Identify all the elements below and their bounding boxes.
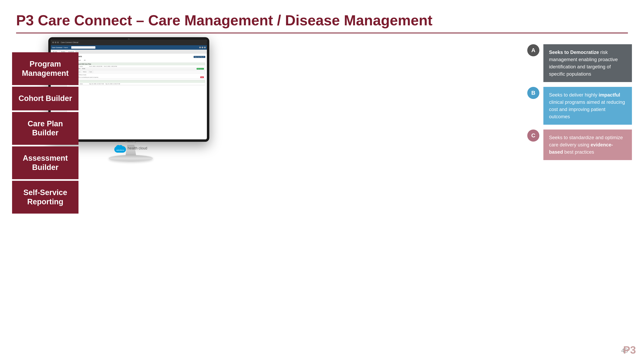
status-1: Active: [80, 66, 88, 67]
sidebar-item-self-service-reporting[interactable]: Self-Service Reporting: [12, 181, 78, 214]
nav-icon-1: [199, 47, 201, 48]
status-dropdown[interactable]: Open: [88, 71, 94, 73]
care-plan-section-1: ▼ Diabetes and CKD Care Plan 00012638 Ac…: [68, 62, 205, 79]
badge-a: A: [527, 44, 539, 56]
sidebar-menu: Program Management Cohort Builder Care P…: [12, 52, 78, 214]
sf-logo-row: salesforce health cloud: [100, 144, 161, 153]
created-2: Sep 19, 2020, 12:30:27 AM: [106, 83, 120, 84]
card-b-pre: Seeks to deliver highly: [549, 92, 599, 97]
badge-b: B: [527, 87, 539, 99]
sf-cloud-text: salesforce: [116, 149, 124, 151]
card-b-rest: clinical programs aimed at reducing cost…: [549, 99, 625, 119]
info-card-a: A Seeks to Democratize risk management e…: [527, 44, 632, 82]
new-care-plan-button[interactable]: New Care Plan ▼: [194, 56, 205, 58]
card-c-rest: best practices: [563, 149, 594, 155]
info-card-b: B Seeks to deliver highly impactful clin…: [527, 87, 632, 125]
priority-badge: High: [200, 76, 204, 78]
screen-navbar: Care Connect Patient: [51, 45, 207, 50]
sidebar-item-program-management[interactable]: Program Management: [12, 52, 78, 85]
sidebar-item-care-plan-builder[interactable]: Care Plan Builder: [12, 112, 78, 145]
sf-cloud-icon: salesforce: [114, 144, 126, 153]
header-divider: [16, 32, 628, 33]
card-b-bold: impactful: [599, 92, 620, 97]
tasks-bar: Tasks Care Team Goals New Goal ▼: [69, 67, 205, 70]
page-title: P3 Care Connect – Care Management / Dise…: [16, 12, 628, 28]
last-modified-2: Sep 19, 2020, 12:30:27 AM: [89, 83, 104, 84]
subtab-all[interactable]: All: [83, 59, 87, 62]
navbar-patient-tab: Patient: [64, 47, 68, 48]
sf-health-cloud-text: health cloud: [128, 146, 147, 150]
nav-icon-3: [204, 47, 206, 48]
tasks-without-goals-row: ▶ Tasks Without Goals: [69, 74, 205, 76]
card-c-text: Seeks to standardize and optimize care d…: [544, 129, 632, 160]
care-plan-1-row: 00012638 Active Oct 5, 2020, 1:48:23 PM …: [69, 65, 205, 67]
goal-row: ▶ Goal This is something we want to impr…: [69, 76, 205, 78]
topbar-dot-3: [57, 42, 59, 43]
group-by-bar: Group by: Goal Status: Open: [69, 70, 205, 74]
screen-topbar: Care Connect Clinical: [51, 40, 207, 45]
salesforce-area: Powered by salesforce health cloud: [100, 141, 161, 153]
care-plan-2-row: 00012537 Active Sep 19, 2020, 12:30:27 A…: [69, 83, 205, 85]
sidebar-item-assessment-builder[interactable]: Assessment Builder: [12, 146, 78, 179]
care-plan-2-header: ▶ Care Plan: [69, 80, 205, 83]
status-2: Active: [80, 83, 88, 84]
created-1: Oct 5, 2020, 1:48:23 PM: [104, 66, 117, 67]
card-b-text: Seeks to deliver highly impactful clinic…: [544, 87, 632, 125]
topbar-dot-1: [52, 42, 54, 43]
card-a-text: Seeks to Democratize risk management ena…: [544, 44, 632, 82]
navbar-brand: Care Connect: [52, 47, 62, 48]
info-cards: A Seeks to Democratize risk management e…: [527, 44, 632, 160]
card-a-bold: Seeks to Democratize: [549, 49, 599, 55]
topbar-dot-2: [55, 42, 56, 43]
last-modified-1: Oct 5, 2020, 1:48:23 PM: [89, 66, 102, 67]
screen-subtabs: Open Closed All: [68, 59, 205, 62]
badge-c: C: [527, 129, 539, 142]
new-goal-button[interactable]: New Goal ▼: [196, 68, 204, 70]
info-card-c: C Seeks to standardize and optimize care…: [527, 129, 632, 160]
topbar-app-name: Care Connect Clinical: [61, 41, 78, 43]
screen-main: All Care Plans New Care Plan ▼ Open Clos…: [67, 54, 207, 139]
powered-by-text: Powered by: [100, 141, 161, 143]
nav-icon-2: [202, 47, 203, 48]
page-header: P3 Care Connect – Care Management / Dise…: [16, 12, 628, 33]
care-plan-1-header: ▼ Diabetes and CKD Care Plan: [69, 63, 205, 65]
navbar-search[interactable]: [71, 46, 96, 49]
sidebar-item-cohort-builder[interactable]: Cohort Builder: [12, 87, 78, 110]
care-plan-section-2: ▶ Care Plan 00012537 Active Sep 19, 2020…: [68, 80, 205, 85]
p3-logo: P3: [623, 344, 636, 356]
monitor-stand-base: [109, 155, 153, 161]
